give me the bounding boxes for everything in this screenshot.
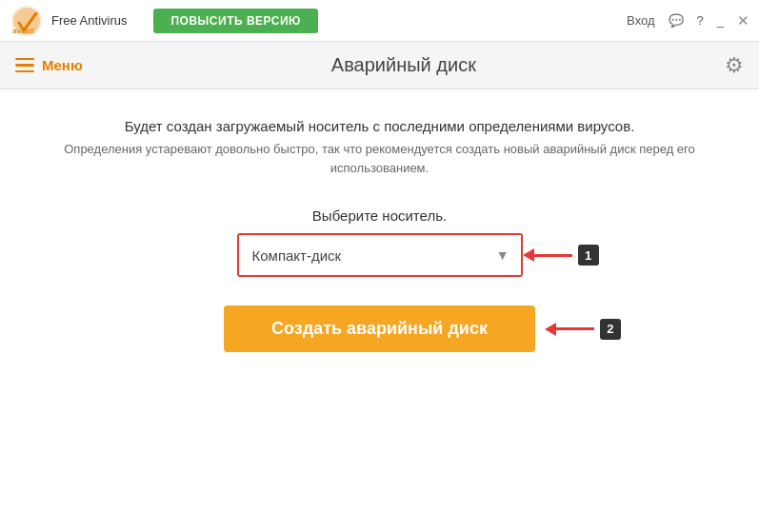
menu-label: Меню [42, 57, 83, 73]
upgrade-button[interactable]: ПОВЫСИТЬ ВЕРСИЮ [153, 9, 318, 33]
titlebar: avast! Free Antivirus ПОВЫСИТЬ ВЕРСИЮ Вх… [0, 0, 759, 42]
chat-icon[interactable]: 💬 [669, 13, 684, 28]
annotation-2: 2 [545, 319, 621, 340]
app-name: Free Antivirus [51, 13, 127, 28]
minimize-button[interactable]: _ [717, 13, 724, 28]
logo-area: avast! Free Antivirus ПОВЫСИТЬ ВЕРСИЮ [10, 4, 318, 38]
create-disk-button[interactable]: Создать аварийный диск [224, 305, 535, 352]
svg-text:avast!: avast! [12, 27, 34, 35]
navbar: Меню Аварийный диск ⚙ [0, 42, 759, 89]
page-title: Аварийный диск [83, 54, 725, 76]
select-label: Выберите носитель. [312, 207, 447, 224]
help-button[interactable]: ? [697, 13, 704, 28]
arrowhead-1 [523, 248, 534, 262]
menu-button[interactable]: Меню [15, 57, 83, 73]
main-content: Будет создан загружаемый носитель с посл… [0, 89, 759, 371]
desc-title: Будет создан загружаемый носитель с посл… [38, 118, 721, 134]
close-button[interactable]: ✕ [737, 12, 749, 30]
avast-logo: avast! [10, 4, 44, 38]
controls-area: Выберите носитель. Компакт-диск USB-нако… [38, 187, 721, 352]
desc-subtitle: Определения устаревают довольно быстро, … [38, 140, 721, 177]
annotation-1: 1 [523, 245, 599, 266]
arrow-1 [523, 248, 572, 262]
arrow-2 [545, 323, 594, 336]
arrow-line-1 [534, 254, 572, 257]
login-link[interactable]: Вход [627, 13, 654, 28]
arrowhead-2 [545, 323, 556, 336]
media-select[interactable]: Компакт-диск USB-накопитель [239, 235, 521, 275]
btn-row: Создать аварийный диск 2 [224, 305, 535, 352]
badge-1: 1 [578, 245, 599, 266]
settings-icon[interactable]: ⚙ [725, 53, 744, 78]
dropdown-wrapper: Компакт-диск USB-накопитель ▼ [237, 233, 523, 277]
titlebar-right: Вход 💬 ? _ ✕ [627, 12, 749, 30]
select-row: Компакт-диск USB-накопитель ▼ 1 [237, 233, 523, 277]
hamburger-icon [15, 58, 34, 73]
arrow-line-2 [556, 327, 594, 330]
description-block: Будет создан загружаемый носитель с посл… [38, 118, 721, 177]
badge-2: 2 [600, 319, 621, 340]
